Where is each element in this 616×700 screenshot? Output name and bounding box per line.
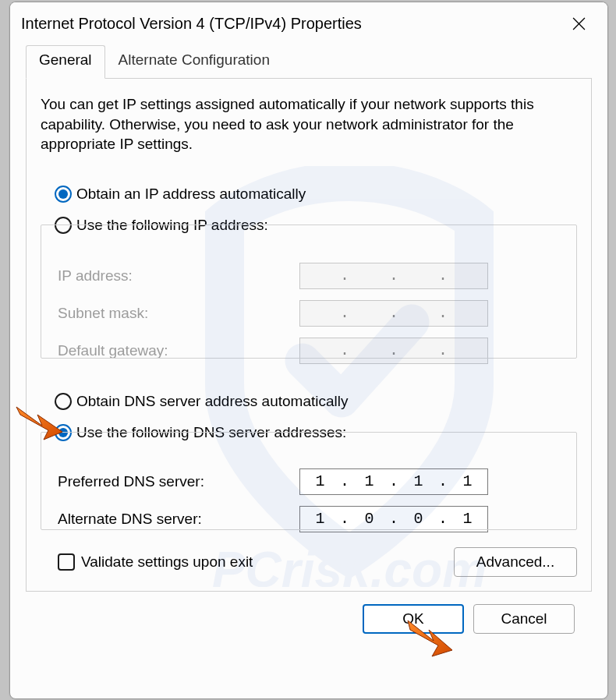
cancel-button[interactable]: Cancel	[473, 604, 575, 634]
ip-address-label: IP address:	[58, 263, 299, 289]
dns-group: Obtain DNS server address automatically …	[41, 387, 577, 532]
subnet-mask-label: Subnet mask:	[58, 300, 299, 327]
radio-ip-manual[interactable]	[55, 217, 72, 234]
radio-ip-auto[interactable]	[55, 186, 72, 203]
dialog-buttons: OK Cancel	[26, 592, 592, 634]
tab-body: You can get IP settings assigned automat…	[26, 79, 592, 592]
tab-alternate[interactable]: Alternate Configuration	[105, 45, 283, 78]
radio-ip-auto-label: Obtain an IP address automatically	[76, 186, 306, 203]
titlebar: Internet Protocol Version 4 (TCP/IPv4) P…	[10, 2, 607, 45]
radio-dns-auto[interactable]	[55, 393, 72, 410]
preferred-dns-label: Preferred DNS server:	[58, 468, 299, 495]
default-gateway-input: . . .	[299, 338, 488, 364]
ip-address-input: . . .	[299, 263, 488, 289]
subnet-mask-input: . . .	[299, 300, 488, 327]
radio-ip-manual-label: Use the following IP address:	[76, 217, 268, 234]
radio-dns-manual[interactable]	[55, 424, 72, 441]
advanced-button[interactable]: Advanced...	[454, 547, 577, 577]
default-gateway-label: Default gateway:	[58, 338, 299, 364]
dialog-window: Internet Protocol Version 4 (TCP/IPv4) P…	[9, 2, 608, 699]
tab-general[interactable]: General	[26, 45, 105, 79]
validate-checkbox[interactable]	[58, 553, 75, 571]
radio-dns-auto-label: Obtain DNS server address automatically	[76, 393, 348, 410]
alternate-dns-label: Alternate DNS server:	[58, 506, 299, 532]
radio-dns-manual-label: Use the following DNS server addresses:	[76, 424, 346, 441]
tab-strip: General Alternate Configuration	[26, 45, 592, 79]
close-button[interactable]	[561, 6, 597, 42]
close-icon	[572, 17, 586, 30]
validate-label: Validate settings upon exit	[81, 553, 253, 571]
description-text: You can get IP settings assigned automat…	[41, 94, 577, 154]
ip-group: Obtain an IP address automatically Use t…	[41, 179, 577, 363]
ok-button[interactable]: OK	[363, 604, 464, 634]
preferred-dns-input[interactable]: 1. 1. 1. 1	[299, 468, 488, 495]
alternate-dns-input[interactable]: 1. 0. 0. 1	[299, 506, 488, 532]
window-title: Internet Protocol Version 4 (TCP/IPv4) P…	[21, 15, 362, 33]
bottom-row: Validate settings upon exit Advanced...	[41, 547, 577, 577]
content-area: General Alternate Configuration You can …	[10, 45, 607, 643]
